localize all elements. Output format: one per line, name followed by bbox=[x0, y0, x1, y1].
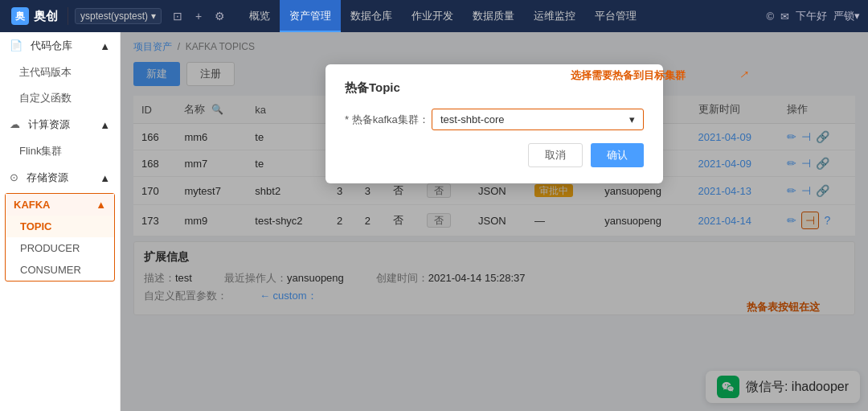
sidebar-compute-section: ☁ 计算资源 ▲ Flink集群 bbox=[0, 111, 120, 164]
cloud-icon: ☁ bbox=[10, 118, 20, 130]
sidebar-item-custom-func[interactable]: 自定义函数 bbox=[0, 85, 120, 111]
modal-form-row: * 热备kafka集群： test-shbt-core ▾ bbox=[345, 109, 644, 130]
sidebar-storage-header[interactable]: ⊙ 存储资源 ▲ bbox=[0, 164, 120, 191]
nav-data-warehouse[interactable]: 数据仓库 bbox=[341, 0, 402, 32]
sidebar: 📄 代码仓库 ▲ 主代码版本 自定义函数 ☁ 计算资源 ▲ Flink集群 ⊙ bbox=[0, 32, 121, 411]
settings-icon[interactable]: ⚙ bbox=[208, 10, 231, 23]
sidebar-code-repo-section: 📄 代码仓库 ▲ 主代码版本 自定义函数 bbox=[0, 32, 120, 111]
sidebar-compute-label: 计算资源 bbox=[28, 118, 70, 130]
logo-text: 奥创 bbox=[34, 9, 58, 24]
chevron-up-icon3: ▲ bbox=[100, 172, 110, 184]
nav-menu: 概览 资产管理 数据仓库 作业开发 数据质量 运维监控 平台管理 bbox=[240, 0, 766, 32]
sidebar-storage-section: ⊙ 存储资源 ▲ bbox=[0, 164, 120, 191]
screen-icon[interactable]: ⊡ bbox=[166, 10, 189, 23]
sidebar-item-consumer[interactable]: CONSUMER bbox=[6, 259, 114, 281]
modal-footer: 取消 确认 bbox=[345, 143, 644, 167]
user-menu[interactable]: 严锁▾ bbox=[833, 9, 860, 23]
main-layout: 📄 代码仓库 ▲ 主代码版本 自定义函数 ☁ 计算资源 ▲ Flink集群 ⊙ bbox=[0, 32, 868, 411]
nav-ops-monitor[interactable]: 运维监控 bbox=[524, 0, 585, 32]
chevron-up-icon2: ▲ bbox=[100, 119, 110, 131]
app-logo[interactable]: 奥 奥创 bbox=[8, 7, 68, 25]
copyright-icon: © bbox=[766, 10, 774, 23]
top-navigation: 奥 奥创 ysptest(ysptest) ▾ ⊡ + ⚙ 概览 资产管理 数据… bbox=[0, 0, 868, 32]
sidebar-code-repo-label: 代码仓库 bbox=[31, 39, 72, 51]
modal-field-label: * 热备kafka集群： bbox=[345, 113, 425, 127]
sidebar-kafka-header[interactable]: KAFKA ▲ bbox=[6, 194, 114, 216]
add-icon[interactable]: + bbox=[189, 10, 208, 23]
chevron-up-icon4: ▲ bbox=[96, 199, 106, 211]
modal-cancel-button[interactable]: 取消 bbox=[528, 143, 583, 167]
kafka-cluster-select[interactable]: test-shbt-core ▾ bbox=[432, 109, 644, 130]
content-area: 项目资产 / KAFKA TOPICS 新建 注册 ID 名称 🔍 ka bbox=[121, 32, 868, 411]
sidebar-storage-label: 存储资源 bbox=[27, 171, 68, 183]
modal-overlay: 选择需要热备到目标集群 → 热备Topic * 热备kafka集群： test-… bbox=[121, 32, 868, 411]
nav-asset-management[interactable]: 资产管理 bbox=[280, 0, 341, 32]
sidebar-kafka-label: KAFKA bbox=[14, 199, 51, 211]
sidebar-item-main-version[interactable]: 主代码版本 bbox=[0, 60, 120, 85]
file-icon: 📄 bbox=[10, 39, 23, 51]
storage-icon: ⊙ bbox=[10, 171, 18, 183]
logo-icon: 奥 bbox=[11, 7, 29, 25]
env-selector[interactable]: ysptest(ysptest) ▾ bbox=[75, 8, 162, 24]
select-chevron-icon: ▾ bbox=[629, 113, 635, 125]
nav-data-quality[interactable]: 数据质量 bbox=[463, 0, 524, 32]
modal-annotation: 选择需要热备到目标集群 → bbox=[571, 66, 751, 83]
sidebar-code-repo-header[interactable]: 📄 代码仓库 ▲ bbox=[0, 32, 120, 60]
modal-confirm-button[interactable]: 确认 bbox=[591, 143, 644, 167]
nav-platform-mgmt[interactable]: 平台管理 bbox=[585, 0, 646, 32]
sidebar-kafka-group: KAFKA ▲ TOPIC PRODUCER CONSUMER bbox=[5, 193, 115, 282]
nav-overview[interactable]: 概览 bbox=[240, 0, 280, 32]
nav-job-dev[interactable]: 作业开发 bbox=[402, 0, 463, 32]
sidebar-item-flink[interactable]: Flink集群 bbox=[0, 138, 120, 164]
sidebar-item-producer[interactable]: PRODUCER bbox=[6, 237, 114, 259]
mail-icon[interactable]: ✉ bbox=[780, 10, 789, 23]
sidebar-item-topic[interactable]: TOPIC bbox=[6, 216, 114, 237]
greeting-text: 下午好 bbox=[796, 9, 827, 23]
top-right-items: © ✉ 下午好 严锁▾ bbox=[766, 9, 860, 23]
select-value: test-shbt-core bbox=[440, 113, 504, 125]
chevron-up-icon: ▲ bbox=[100, 40, 110, 52]
sidebar-compute-header[interactable]: ☁ 计算资源 ▲ bbox=[0, 111, 120, 138]
